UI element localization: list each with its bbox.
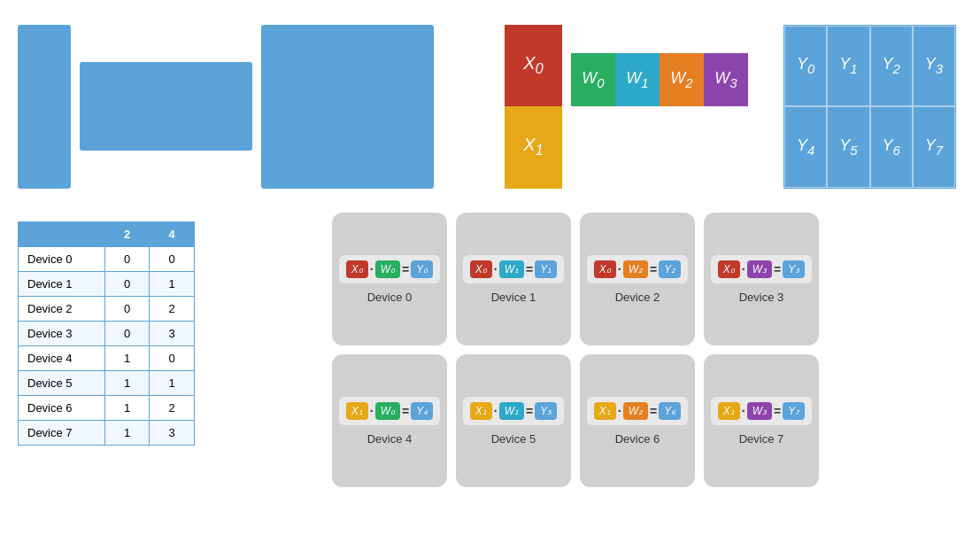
eq-x-7: X₁ [718, 402, 740, 420]
eq-dot-2: · [618, 262, 621, 276]
table-row: Device 1 0 1 [19, 272, 195, 297]
eq-equals-4: = [402, 404, 409, 418]
eq-x-3: X₀ [718, 260, 740, 278]
table-cell-c2: 1 [104, 371, 150, 396]
partitioned-y: Y0 Y1 Y2 Y3 Y4 Y5 Y6 Y7 [783, 25, 956, 189]
w2-block: W2 [660, 53, 704, 106]
eq-y-6: Y₆ [659, 402, 681, 420]
device-label-2: Device 2 [615, 291, 660, 304]
table-cell-device: Device 3 [19, 322, 105, 346]
table-cell-c3: 1 [150, 371, 195, 396]
x0-label: X0 [523, 53, 544, 78]
table-cell-c3: 1 [150, 272, 195, 297]
table-cell-c3: 3 [150, 322, 195, 346]
table-cell-device: Device 7 [19, 421, 105, 446]
eq-w-3: W₃ [747, 260, 772, 278]
top-row: X0 X1 W0 W1 W2 W3 Y0 Y1 Y2 Y3 Y4 [0, 0, 980, 204]
eq-equals-5: = [526, 404, 533, 418]
table-row: Device 6 1 2 [19, 396, 195, 421]
w3-block: W3 [704, 53, 748, 106]
device-card-0: X₀ · W₀ = Y₀ Device 0 [332, 213, 447, 345]
matrix-x [18, 25, 71, 189]
device-equation-4: X₁ · W₀ = Y₄ [339, 397, 440, 425]
table-cell-c3: 0 [150, 247, 195, 272]
eq-dot-0: · [370, 262, 374, 276]
device-card-1: X₀ · W₁ = Y₁ Device 1 [456, 213, 571, 345]
eq-y-2: Y₂ [659, 260, 681, 278]
table-cell-c2: 1 [104, 421, 150, 446]
table-cell-c3: 3 [150, 421, 195, 446]
eq-w-5: W₁ [499, 402, 524, 420]
x0-block: X0 [505, 25, 562, 107]
y4-cell: Y4 [784, 106, 827, 188]
eq-x-2: X₀ [594, 260, 616, 278]
device-card-2: X₀ · W₂ = Y₂ Device 2 [580, 213, 695, 345]
eq-equals-2: = [650, 262, 657, 276]
device-equation-3: X₀ · W₃ = Y₃ [711, 255, 812, 283]
table-cell-c2: 0 [104, 247, 150, 272]
device-equation-1: X₀ · W₁ = Y₁ [463, 255, 564, 283]
w3-label: W3 [714, 69, 737, 90]
table-header-device [19, 222, 105, 247]
device-equation-7: X₁ · W₃ = Y₇ [711, 397, 812, 425]
table-cell-device: Device 0 [19, 247, 105, 272]
device-label-3: Device 3 [739, 291, 784, 304]
table-header-col3: 4 [150, 222, 195, 247]
partitioned-w: W0 W1 W2 W3 [571, 53, 748, 106]
device-equation-2: X₀ · W₂ = Y₂ [587, 255, 688, 283]
device-card-4: X₁ · W₀ = Y₄ Device 4 [332, 354, 447, 487]
matrix-w [80, 62, 252, 151]
eq-dot-4: · [370, 404, 374, 418]
w0-block: W0 [571, 53, 615, 106]
y1-cell: Y1 [827, 26, 869, 107]
device-equation-5: X₁ · W₁ = Y₅ [463, 397, 564, 425]
device-label-0: Device 0 [367, 291, 413, 304]
eq-w-7: W₃ [747, 402, 772, 420]
x1-block: X1 [505, 106, 562, 189]
eq-dot-6: · [618, 404, 621, 418]
w1-block: W1 [615, 53, 660, 106]
eq-y-0: Y₀ [411, 260, 433, 278]
table-header-col2: 2 [104, 222, 150, 247]
device-label-1: Device 1 [491, 291, 536, 304]
device-equation-6: X₁ · W₂ = Y₆ [587, 397, 688, 425]
y5-cell: Y5 [827, 106, 869, 188]
eq-x-4: X₁ [346, 402, 368, 420]
table-cell-device: Device 2 [19, 297, 105, 322]
device-label-6: Device 6 [615, 432, 660, 446]
eq-dot-5: · [494, 404, 498, 418]
eq-x-0: X₀ [346, 260, 368, 278]
eq-dot-7: · [742, 404, 745, 418]
y0-cell: Y0 [784, 26, 827, 107]
eq-y-5: Y₅ [535, 402, 557, 420]
eq-y-3: Y₃ [783, 260, 805, 278]
eq-w-6: W₂ [623, 402, 648, 420]
device-grid: X₀ · W₀ = Y₀ Device 0 X₀ · W₁ = Y₁ Devic… [332, 213, 819, 487]
table-cell-c3: 2 [150, 297, 195, 322]
eq-equals-6: = [650, 404, 657, 418]
eq-equals-0: = [402, 262, 409, 276]
matrix-y [261, 25, 434, 189]
y3-cell: Y3 [913, 26, 955, 107]
table-row: Device 0 0 0 [19, 247, 195, 272]
table-cell-c2: 1 [104, 346, 150, 371]
table-cell-device: Device 6 [19, 396, 105, 421]
table-cell-c2: 0 [104, 322, 150, 346]
y2-cell: Y2 [870, 26, 913, 107]
device-card-3: X₀ · W₃ = Y₃ Device 3 [704, 213, 819, 345]
table-row: Device 7 1 3 [19, 421, 195, 446]
table-cell-device: Device 5 [19, 371, 105, 396]
device-equation-0: X₀ · W₀ = Y₀ [339, 255, 440, 283]
w1-label: W1 [626, 69, 648, 90]
w2-label: W2 [670, 69, 692, 90]
y6-cell: Y6 [870, 106, 913, 188]
w0-label: W0 [582, 69, 604, 90]
eq-w-0: W₀ [375, 260, 400, 278]
table-cell-c2: 0 [104, 297, 150, 322]
eq-w-2: W₂ [623, 260, 648, 278]
x1-label: X1 [523, 135, 544, 159]
eq-equals-1: = [526, 262, 533, 276]
eq-dot-3: · [742, 262, 745, 276]
eq-x-1: X₀ [470, 260, 492, 278]
table-row: Device 3 0 3 [19, 322, 195, 346]
